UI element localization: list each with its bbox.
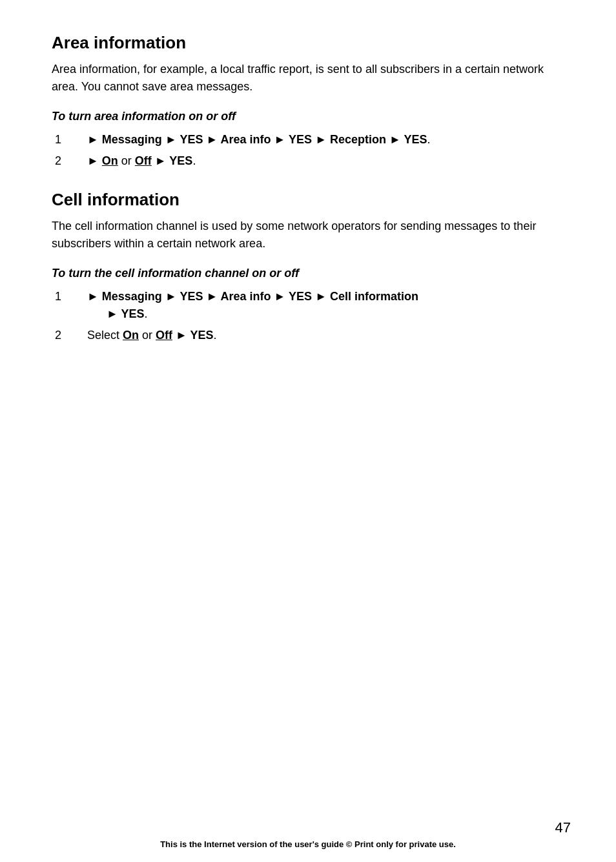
cell-step-2: 2 Select On or Off ► YES. (52, 327, 564, 344)
turn-area-info-subsection: To turn area information on or off 1 ► M… (52, 108, 564, 170)
area-info-steps: 1 ► Messaging ► YES ► Area info ► YES ► … (52, 131, 564, 170)
area-information-title: Area information (52, 32, 564, 54)
area-step-1-content: ► Messaging ► YES ► Area info ► YES ► Re… (87, 131, 564, 149)
area-information-body: Area information, for example, a local t… (52, 61, 564, 96)
footer-text: This is the Internet version of the user… (0, 839, 616, 849)
area-step-2-content: ► On or Off ► YES. (87, 152, 564, 170)
turn-cell-info-title: To turn the cell information channel on … (52, 265, 564, 282)
cell-information-body: The cell information channel is used by … (52, 218, 564, 252)
page-number: 47 (555, 819, 571, 836)
cell-step-2-number: 2 (52, 327, 87, 344)
turn-area-info-title: To turn area information on or off (52, 108, 564, 125)
area-step-1-number: 1 (52, 131, 87, 149)
area-step-1: 1 ► Messaging ► YES ► Area info ► YES ► … (52, 131, 564, 149)
area-information-section: Area information Area information, for e… (52, 32, 564, 170)
area-step-2-number: 2 (52, 152, 87, 170)
cell-information-title: Cell information (52, 189, 564, 211)
turn-cell-info-subsection: To turn the cell information channel on … (52, 265, 564, 344)
cell-information-section: Cell information The cell information ch… (52, 189, 564, 344)
cell-step-2-content: Select On or Off ► YES. (87, 327, 564, 344)
cell-step-1: 1 ► Messaging ► YES ► Area info ► YES ► … (52, 288, 564, 323)
cell-step-1-number: 1 (52, 288, 87, 323)
cell-info-steps: 1 ► Messaging ► YES ► Area info ► YES ► … (52, 288, 564, 344)
area-step-2: 2 ► On or Off ► YES. (52, 152, 564, 170)
cell-step-1-content: ► Messaging ► YES ► Area info ► YES ► Ce… (87, 288, 564, 323)
